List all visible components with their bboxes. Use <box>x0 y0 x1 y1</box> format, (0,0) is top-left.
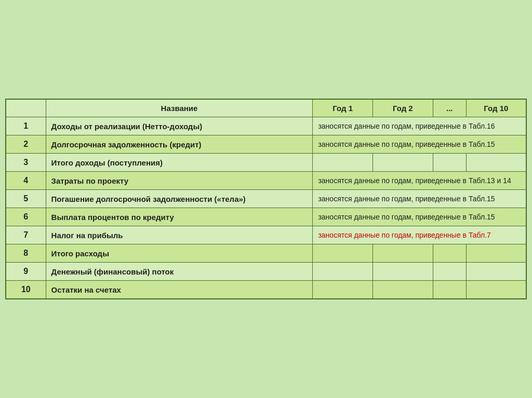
row-year2 <box>373 263 433 281</box>
row-dots <box>433 263 466 281</box>
row-dots <box>433 244 466 263</box>
table-row: 6Выплата процентов по кредитузаносятся д… <box>6 208 526 226</box>
table-row: 5Погашение долгосрочной задолженности («… <box>6 190 526 208</box>
row-data: заносятся данные по годам, приведенные в… <box>313 208 526 226</box>
row-year1 <box>313 263 373 281</box>
row-year2 <box>373 281 433 299</box>
row-name: Итого расходы <box>46 244 313 263</box>
row-year10 <box>466 154 526 172</box>
row-data: заносятся данные по годам, приведенные в… <box>313 190 526 208</box>
row-data: заносятся данные по годам, приведенные в… <box>313 172 526 190</box>
row-year2 <box>373 154 433 172</box>
header-year10: Год 10 <box>466 99 526 117</box>
row-number: 3 <box>6 154 46 172</box>
row-number: 7 <box>6 226 46 244</box>
row-data: заносятся данные по годам, приведенные в… <box>313 135 526 154</box>
table-row: 4Затраты по проектузаносятся данные по г… <box>6 172 526 190</box>
table-row: 9Денежный (финансовый) поток <box>6 263 526 281</box>
row-year10 <box>466 263 526 281</box>
row-name: Погашение долгосрочной задолженности («т… <box>46 190 313 208</box>
header-dots: ... <box>433 99 466 117</box>
row-data: заносятся данные по годам, приведенные в… <box>313 117 526 135</box>
row-year10 <box>466 281 526 299</box>
row-name: Налог на прибыль <box>46 226 313 244</box>
row-year1 <box>313 244 373 263</box>
row-number: 1 <box>6 117 46 135</box>
row-name: Итого доходы (поступления) <box>46 154 313 172</box>
row-number: 6 <box>6 208 46 226</box>
table-row: 7Налог на прибыльзаносятся данные по год… <box>6 226 526 244</box>
row-year1 <box>313 154 373 172</box>
row-number: 4 <box>6 172 46 190</box>
header-name: Название <box>46 99 313 117</box>
main-table: Название Год 1 Год 2 ... Год 10 1Доходы … <box>5 99 527 299</box>
header-num <box>6 99 46 117</box>
row-name: Долгосрочная задолженность (кредит) <box>46 135 313 154</box>
header-year2: Год 2 <box>373 99 433 117</box>
row-year2 <box>373 244 433 263</box>
row-number: 2 <box>6 135 46 154</box>
table-row: 8Итого расходы <box>6 244 526 263</box>
row-dots <box>433 281 466 299</box>
table-row: 3Итого доходы (поступления) <box>6 154 526 172</box>
table-row: 1Доходы от реализации (Нетто-доходы)зано… <box>6 117 526 135</box>
row-data: заносятся данные по годам, приведенные в… <box>313 226 526 244</box>
row-number: 5 <box>6 190 46 208</box>
row-year1 <box>313 281 373 299</box>
row-year10 <box>466 244 526 263</box>
row-number: 10 <box>6 281 46 299</box>
row-dots <box>433 154 466 172</box>
table-container: Название Год 1 Год 2 ... Год 10 1Доходы … <box>0 0 532 398</box>
row-name: Остатки на счетах <box>46 281 313 299</box>
row-name: Доходы от реализации (Нетто-доходы) <box>46 117 313 135</box>
row-name: Затраты по проекту <box>46 172 313 190</box>
row-number: 9 <box>6 263 46 281</box>
row-name: Денежный (финансовый) поток <box>46 263 313 281</box>
header-year1: Год 1 <box>313 99 373 117</box>
row-name: Выплата процентов по кредиту <box>46 208 313 226</box>
table-row: 2Долгосрочная задолженность (кредит)зано… <box>6 135 526 154</box>
row-number: 8 <box>6 244 46 263</box>
table-row: 10Остатки на счетах <box>6 281 526 299</box>
